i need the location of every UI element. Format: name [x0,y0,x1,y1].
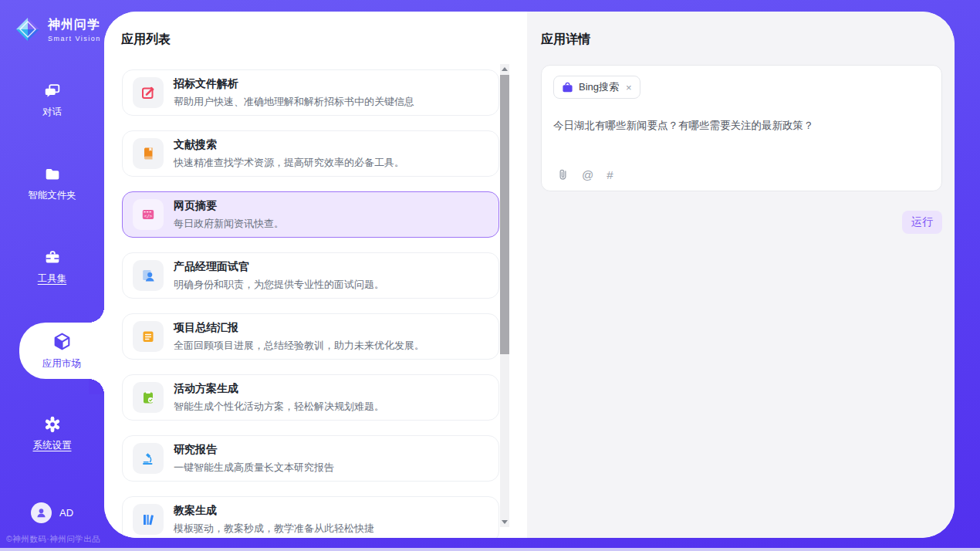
scroll-up-icon[interactable] [500,64,509,74]
browser-code-icon: </> [140,207,156,222]
app-detail-panel: 应用详情 Bing搜索 × 今日湖北有哪些新闻要点？有哪些需要关注的最新政策？ … [527,12,955,538]
app-icon-box [133,504,164,535]
tool-tag-bing-search[interactable]: Bing搜索 × [553,76,640,99]
user-account[interactable]: AD [0,502,104,523]
app-card-research-report[interactable]: 研究报告 一键智能生成高质量长文本研究报告 [122,435,499,482]
sidebar-item-label: 对话 [42,106,62,119]
app-shell: 神州问学 Smart Vision 对话 智能文件夹 [0,0,980,551]
scrollbar-thumb[interactable] [500,75,509,354]
composer-toolbar: @ # [557,168,613,181]
sidebar-item-toolset[interactable]: 工具集 [0,248,104,286]
book-icon [140,146,156,161]
app-description: 明确身份和职责，为您提供专业性的面试问题。 [174,278,384,292]
list-scrollbar[interactable] [500,64,509,527]
sidebar-item-label: 系统设置 [33,439,72,452]
sidebar-item-label: 工具集 [38,272,67,286]
sidebar-item-label: 应用市场 [42,357,81,370]
app-description: 帮助用户快速、准确地理解和解析招标书中的关键信息 [174,95,414,109]
clipboard-icon [140,329,156,344]
user-initials: AD [59,507,73,519]
app-card-bid-document-parsing[interactable]: 招标文件解析 帮助用户快速、准确地理解和解析招标书中的关键信息 [122,69,499,116]
app-title: 网页摘要 [174,199,284,213]
tool-tag-label: Bing搜索 [579,80,619,94]
app-description: 全面回顾项目进展，总结经验教训，助力未来优化发展。 [174,339,424,353]
microscope-icon [140,451,156,466]
app-title: 项目总结汇报 [174,321,424,335]
books-icon [140,512,156,527]
mention-icon[interactable]: @ [582,169,593,181]
folder-icon [42,165,63,184]
app-icon-box [133,382,164,413]
app-title: 教案生成 [174,504,374,518]
app-icon-box [133,260,164,291]
paperclip-icon[interactable] [557,168,569,181]
app-list-panel: 应用列表 招标文件解析 帮助用户快速、准确地理解和解析招标书中的关键信息 [104,12,527,538]
gear-icon [42,415,63,434]
svg-text:</>: </> [144,213,153,218]
app-description: 模板驱动，教案秒成，教学准备从此轻松快捷 [174,522,374,536]
sidebar-item-smart-folders[interactable]: 智能文件夹 [0,165,104,202]
sidebar-item-label: 智能文件夹 [28,189,76,202]
prompt-text[interactable]: 今日湖北有哪些新闻要点？有哪些需要关注的最新政策？ [553,118,930,134]
hash-icon[interactable]: # [607,169,613,181]
app-list: 招标文件解析 帮助用户快速、准确地理解和解析招标书中的关键信息 文献搜索 [122,69,499,538]
brand-name: 神州问学 [48,17,101,33]
content-frame: 应用列表 招标文件解析 帮助用户快速、准确地理解和解析招标书中的关键信息 [104,12,955,538]
person-icon [35,507,47,519]
app-detail-title: 应用详情 [541,32,942,48]
chat-icon [42,82,63,100]
run-row: 运行 [541,211,942,234]
app-title: 研究报告 [174,443,334,457]
bottom-edge-strip [0,548,980,551]
app-icon-box: </> [133,199,164,230]
interviewer-icon [140,268,156,283]
app-icon-box [133,321,164,352]
brand-logo: 神州问学 Smart Vision [0,0,104,46]
app-card-literature-search[interactable]: 文献搜索 快速精准查找学术资源，提高研究效率的必备工具。 [122,130,499,177]
sidebar-item-chat[interactable]: 对话 [0,82,104,119]
tag-close-icon[interactable]: × [626,82,632,93]
app-title: 活动方案生成 [174,382,384,396]
sidebar-item-settings[interactable]: 系统设置 [0,415,104,452]
edit-square-icon [140,85,156,100]
app-title: 招标文件解析 [174,77,414,91]
app-icon-box [133,138,164,169]
app-icon-box [133,443,164,474]
scroll-down-icon[interactable] [500,517,509,527]
avatar [31,502,52,523]
app-description: 智能生成个性化活动方案，轻松解决规划难题。 [174,400,384,414]
brand-subtitle: Smart Vision [48,35,101,42]
app-list-title: 应用列表 [121,32,527,48]
clipboard-check-icon [140,390,156,405]
app-card-project-summary-report[interactable]: 项目总结汇报 全面回顾项目进展，总结经验教训，助力未来优化发展。 [122,313,499,360]
briefcase-icon [562,82,573,93]
app-title: 文献搜索 [174,138,404,152]
app-description: 每日政府新闻资讯快查。 [174,217,284,231]
app-card-pm-interviewer[interactable]: 产品经理面试官 明确身份和职责，为您提供专业性的面试问题。 [122,252,499,299]
app-card-webpage-summary[interactable]: </> 网页摘要 每日政府新闻资讯快查。 [122,191,499,238]
sidebar: 神州问学 Smart Vision 对话 智能文件夹 [0,0,104,551]
app-description: 一键智能生成高质量长文本研究报告 [174,461,334,475]
toolbox-icon [42,248,63,267]
app-card-lesson-plan-generation[interactable]: 教案生成 模板驱动，教案秒成，教学准备从此轻松快捷 [122,496,499,538]
diamond-logo-icon [14,15,42,43]
app-title: 产品经理面试官 [174,260,384,274]
run-button[interactable]: 运行 [902,211,942,234]
app-icon-box [133,77,164,108]
app-description: 快速精准查找学术资源，提高研究效率的必备工具。 [174,156,404,170]
copyright-footer: ©神州数码·神州问学出品 [6,534,100,545]
sidebar-item-app-market[interactable]: 应用市场 [19,323,104,379]
app-card-event-plan-generation[interactable]: 活动方案生成 智能生成个性化活动方案，轻松解决规划难题。 [122,374,499,421]
prompt-composer[interactable]: Bing搜索 × 今日湖北有哪些新闻要点？有哪些需要关注的最新政策？ @ # [541,65,942,191]
cube-icon [52,331,73,352]
sidebar-nav: 对话 智能文件夹 工具集 [0,82,104,452]
